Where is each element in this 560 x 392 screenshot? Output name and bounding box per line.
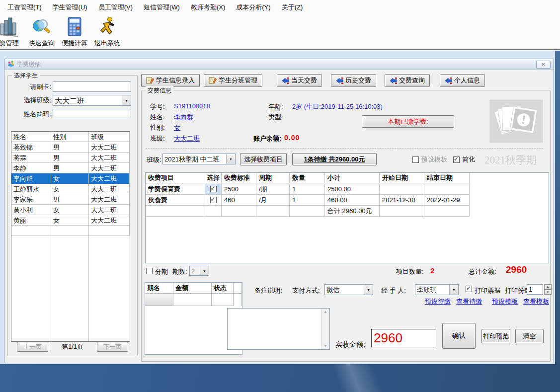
calculator-icon	[63, 15, 86, 38]
fee-row-checkbox[interactable]	[210, 186, 217, 192]
confirm-button[interactable]: 确认	[442, 323, 476, 349]
table-row[interactable]: 蒋霖男大大二班	[11, 153, 130, 163]
item-count-value: 2	[430, 266, 434, 275]
chevron-down-icon[interactable]: ▼	[364, 285, 373, 295]
table-row[interactable]: 李静男大大二班	[11, 163, 130, 173]
view-template-link[interactable]: 查看模板	[523, 297, 549, 306]
fee-table-header: 收费项目 选择 收费标准 周期 数量 小计 开始日期 结束日期	[146, 173, 549, 184]
preset-pending-link[interactable]: 预设待缴	[425, 297, 451, 306]
next-page-button[interactable]: 下一页	[97, 342, 128, 352]
toolbar-item-quick-search[interactable]: 快速查询	[25, 14, 58, 48]
age-label: 年龄:	[268, 102, 283, 111]
class-select-value: 大大二班	[53, 95, 122, 105]
fee-class-select[interactable]: 2021秋季期 中二班 ▼	[162, 154, 236, 164]
today-payment-button[interactable]: 当天交费	[277, 74, 322, 87]
table-row[interactable]: 黄小利女大大二班	[11, 205, 130, 215]
toolbar-item-exit[interactable]: 退出系统	[91, 14, 124, 48]
received-amount-input[interactable]	[371, 329, 436, 347]
window-icon	[7, 60, 14, 69]
table-row-empty	[11, 226, 130, 236]
clear-button[interactable]: 清空	[515, 329, 544, 343]
type-label: 类型:	[268, 113, 283, 122]
name-value[interactable]: 李向群	[174, 113, 193, 122]
scroll-down-icon[interactable]: ▼	[323, 344, 327, 348]
swipe-card-input[interactable]	[53, 81, 131, 92]
class-value[interactable]: 大大二班	[174, 134, 200, 143]
menu-item-salary[interactable]: 工资管理(T)	[2, 1, 47, 14]
copies-input[interactable]	[527, 284, 543, 295]
student-photo-placeholder	[489, 99, 543, 143]
menu-item-cost[interactable]: 成本分析(Y)	[231, 1, 276, 14]
chevron-down-icon[interactable]: ▼	[449, 285, 458, 295]
table-row[interactable]: 黄丽女大大二班	[11, 215, 130, 226]
pending-payment-button[interactable]: 1条待缴 共2960.00元	[292, 153, 377, 165]
table-row[interactable]: 蒋致锦男大大二班	[11, 142, 130, 153]
periods-select[interactable]: 2 ▼	[189, 266, 209, 276]
prev-page-button[interactable]: 上一页	[17, 342, 48, 352]
handler-select[interactable]: 李欣琪 ▼	[415, 284, 459, 295]
simplified-checkbox[interactable]: 简化	[453, 155, 475, 164]
chevron-down-icon[interactable]: ▼	[122, 95, 131, 105]
arrow-left-icon	[282, 78, 289, 84]
print-receipt-label: 打印票据	[475, 286, 500, 295]
payment-method-select[interactable]: 微信 ▼	[324, 284, 373, 295]
fee-row-checkbox[interactable]	[210, 197, 217, 203]
name-pinyin-input[interactable]	[53, 109, 131, 119]
balance-label: 账户余额:	[253, 134, 281, 143]
scrollbar[interactable]: ▲ ▼	[321, 309, 329, 349]
history-payment-button[interactable]: 历史交费	[331, 74, 376, 87]
remark-textarea[interactable]: ▲ ▼	[227, 308, 330, 350]
chevron-down-icon[interactable]: ▼	[226, 154, 235, 164]
print-preview-button[interactable]: 打印预览	[481, 329, 510, 343]
menu-item-staff[interactable]: 员工管理(V)	[93, 1, 138, 14]
search-icon	[30, 15, 53, 38]
fee-total-value: 合计:2960.00元	[325, 206, 380, 217]
menu-item-about[interactable]: 关于(Z)	[276, 1, 309, 14]
select-student-group: 选择学生 请刷卡: 选择班级: 大大二班 ▼ 姓名简玛:	[7, 75, 138, 356]
class-select[interactable]: 大大二班 ▼	[53, 95, 131, 106]
payment-query-button[interactable]: 交费查询	[385, 74, 430, 87]
checkbox-icon[interactable]	[412, 157, 419, 163]
close-icon[interactable]: ✕	[536, 61, 551, 69]
toolbar-item-calculator[interactable]: 便捷计算	[58, 14, 91, 48]
desktop-background	[555, 51, 560, 364]
action-button-row: 学生信息录入 学生分班管理 当天交费	[141, 74, 489, 87]
fee-total-row: 合计:2960.00元	[146, 206, 549, 217]
scroll-up-icon[interactable]: ▲	[323, 310, 327, 314]
menu-item-attendance[interactable]: 教师考勤(X)	[185, 1, 231, 14]
table-row[interactable]: 王静丽水女大大二班	[11, 184, 130, 194]
student-id-label: 学号:	[150, 102, 165, 111]
table-row[interactable]: 李家乐男大大二班	[11, 194, 130, 205]
view-pending-link[interactable]: 查看待缴	[456, 297, 482, 306]
print-receipt-checkbox[interactable]	[466, 286, 472, 292]
spinner-up-icon[interactable]: ▲	[544, 284, 552, 290]
toolbar-item-salary[interactable]: 资管理	[0, 14, 25, 48]
menu-item-student[interactable]: 学生管理(U)	[47, 1, 93, 14]
preset-template-link[interactable]: 预设模板	[492, 297, 518, 306]
select-fee-items-button[interactable]: 选择收费项目	[240, 153, 287, 165]
table-row-selected[interactable]: 李向群女大大二班	[11, 173, 130, 184]
installment-checkbox[interactable]	[146, 268, 153, 274]
student-assign-button[interactable]: 学生分班管理	[204, 74, 262, 87]
page-indicator: 第1/1页	[62, 342, 83, 351]
swipe-card-label: 请刷卡:	[11, 82, 53, 91]
spinner-down-icon[interactable]: ▼	[544, 290, 552, 295]
tuition-window: 学费缴纳 ✕ 选择学生 请刷卡: 选择班级: 大大二班 ▼	[4, 59, 554, 363]
personal-info-button[interactable]: 个人信息	[440, 74, 485, 87]
toolbar: 资管理 快速查询	[0, 14, 560, 50]
fee-row[interactable]: 学费保育费 2500 /期 1 2500.00	[146, 184, 549, 195]
fee-row[interactable]: 伙食费 460 /月 1 460.00 2021-12-30 2022-01-2…	[146, 195, 549, 206]
student-entry-button[interactable]: 学生信息录入	[141, 74, 200, 87]
col-name: 姓名	[11, 132, 51, 142]
term-watermark: 2021秋季期	[484, 153, 537, 167]
installment-label: 分期	[155, 267, 168, 276]
gender-value: 女	[174, 123, 180, 132]
checkbox-icon[interactable]	[453, 157, 460, 163]
preset-template-checkbox[interactable]: 预设模板	[412, 155, 447, 164]
window-title-bar: 学费缴纳 ✕	[4, 59, 554, 70]
menu-item-sms[interactable]: 短信管理(W)	[138, 1, 185, 14]
menu-bar: 工资管理(T) 学生管理(U) 员工管理(V) 短信管理(W) 教师考勤(X) …	[0, 0, 560, 14]
paid-tuition-button[interactable]: 本期已缴学费:	[362, 115, 454, 128]
name-pinyin-label: 姓名简玛:	[11, 110, 53, 119]
note-pencil-icon	[209, 77, 217, 84]
